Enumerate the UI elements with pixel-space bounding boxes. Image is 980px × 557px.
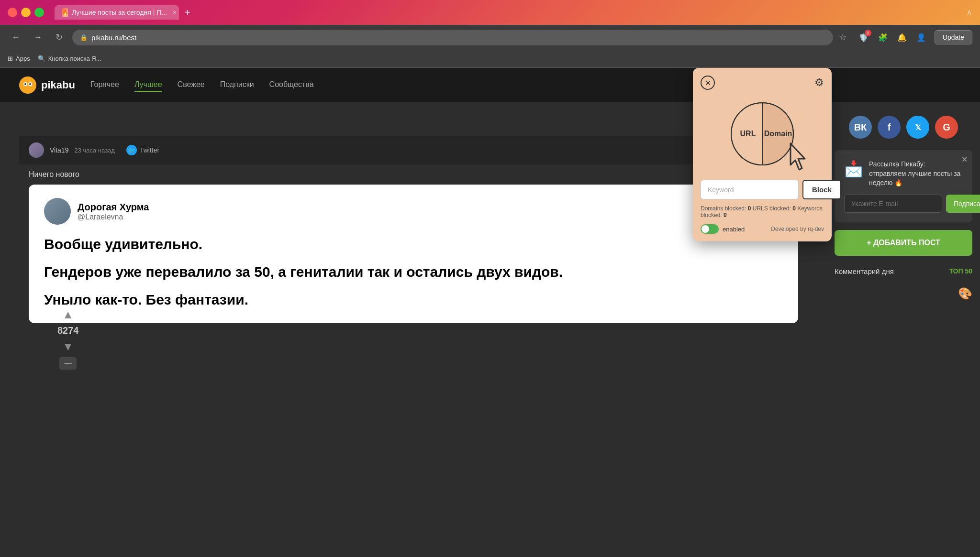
vote-up-button[interactable]: ▲ xyxy=(62,308,74,321)
nav-communities[interactable]: Сообщества xyxy=(269,78,314,92)
bookmark-button[interactable]: ☆ xyxy=(839,32,846,43)
tab-title: Лучшие посты за сегодня | П... xyxy=(72,9,167,16)
twitter-share-button[interactable]: 𝕏 xyxy=(906,116,929,139)
tweet-embed: Дорогая Хурма @Laraelevna ··· Вообще уди… xyxy=(29,185,798,323)
twitter-source-icon: 🐦 xyxy=(126,145,137,155)
bookmark-apps-label: Apps xyxy=(16,55,30,62)
svg-point-3 xyxy=(24,83,26,85)
tweet-avatar xyxy=(44,198,71,225)
bell-icon[interactable]: 🔔 xyxy=(894,30,910,45)
update-button[interactable]: Update xyxy=(935,30,972,44)
newsletter-close-button[interactable]: ✕ xyxy=(961,155,968,164)
lock-icon: 🔒 xyxy=(80,34,88,41)
vote-down-button[interactable]: ▼ xyxy=(62,340,74,353)
domains-blocked-count: 0 xyxy=(748,205,751,212)
newsletter-card: ✕ 📩 Рассылка Пикабу: отправляем лучшие п… xyxy=(835,150,972,222)
nav-hot[interactable]: Горячее xyxy=(90,78,119,92)
post-username[interactable]: Vita19 xyxy=(50,146,68,154)
new-tab-button[interactable]: + xyxy=(181,5,194,20)
newsletter-text: Рассылка Пикабу: отправляем лучшие посты… xyxy=(869,160,963,188)
paint-bucket-icon[interactable]: 🎨 xyxy=(958,287,972,300)
block-form: Block xyxy=(701,180,824,199)
email-input[interactable] xyxy=(844,195,942,213)
extension-icons: 🛡️ 0 🧩 🔔 👤 xyxy=(856,30,929,45)
svg-point-4 xyxy=(29,83,31,85)
tweet-user: Дорогая Хурма @Laraelevna xyxy=(44,198,149,225)
keywords-blocked-count: 0 xyxy=(724,212,727,218)
svg-point-0 xyxy=(19,76,36,94)
active-tab[interactable]: 🔥 Лучшие посты за сегодня | П... × xyxy=(55,5,179,20)
bookmark-apps[interactable]: ⊞ Apps xyxy=(8,55,30,62)
facebook-share-button[interactable]: f xyxy=(878,116,901,139)
maximize-window-button[interactable] xyxy=(34,8,44,17)
vote-minus-button[interactable]: — xyxy=(59,357,77,370)
toggle-knob xyxy=(702,225,709,233)
tweet-user-info: Дорогая Хурма @Laraelevna xyxy=(78,202,149,221)
enabled-toggle[interactable] xyxy=(701,224,719,234)
puzzle-extension-icon[interactable]: 🧩 xyxy=(875,30,891,45)
bookmark-search-label: Кнопка поиска Я... xyxy=(48,55,101,62)
pie-chart-container: URL Domain xyxy=(701,96,824,172)
popup-toolbar: ✕ ⚙ xyxy=(701,76,824,90)
post-source: 🐦 Twitter xyxy=(126,145,159,155)
popup-footer: enabled Developed by rq-dev xyxy=(701,224,824,234)
svg-text:URL: URL xyxy=(740,130,756,138)
tweet-text-line2: Гендеров уже перевалило за 50, а генитал… xyxy=(44,262,783,282)
title-bar: 🔥 Лучшие посты за сегодня | П... × + ∧ xyxy=(0,0,980,25)
post-time: 23 часа назад xyxy=(74,147,114,154)
popup-close-button[interactable]: ✕ xyxy=(701,76,715,90)
popup-settings-button[interactable]: ⚙ xyxy=(814,76,824,89)
dev-credit: Developed by rq-dev xyxy=(771,226,824,232)
browser-frame: 🔥 Лучшие посты за сегодня | П... × + ∧ ←… xyxy=(0,0,980,557)
post-title: Ничего нового xyxy=(19,164,808,185)
tab-close-button[interactable]: × xyxy=(173,9,177,16)
nav-subscriptions[interactable]: Подписки xyxy=(220,78,254,92)
top50-label[interactable]: ТОП 50 xyxy=(949,267,972,275)
avatar-image xyxy=(44,198,71,225)
keyword-input[interactable] xyxy=(701,180,799,199)
stats-row: Domains blocked: 0 URLS blocked: 0 Keywo… xyxy=(701,205,824,218)
googleplus-share-button[interactable]: G xyxy=(935,116,958,139)
pikabu-logo[interactable]: pikabu xyxy=(19,76,75,94)
back-button[interactable]: ← xyxy=(8,31,24,44)
urls-blocked-label: URLS blocked: xyxy=(753,205,791,212)
tab-bar: 🔥 Лучшие посты за сегодня | П... × + xyxy=(55,5,961,20)
post-header: Vita19 23 часа назад 🐦 Twitter xyxy=(19,136,808,164)
add-post-button[interactable]: + ДОБАВИТЬ ПОСТ xyxy=(835,230,972,256)
pikabu-logo-icon xyxy=(19,76,36,94)
shield-extension-icon[interactable]: 🛡️ 0 xyxy=(856,30,871,45)
vote-counter: ▲ 8274 ▼ — xyxy=(57,308,79,370)
post-source-label[interactable]: Twitter xyxy=(140,146,159,154)
tweet-handle: @Laraelevna xyxy=(78,213,149,221)
address-bar[interactable]: 🔒 pikabu.ru/best xyxy=(72,30,833,45)
pikabu-main: ▲ 8274 ▼ — ≡ Фильтры xyxy=(0,102,980,557)
bookmark-search[interactable]: 🔍 Кнопка поиска Я... xyxy=(38,55,101,62)
tweet-header: Дорогая Хурма @Laraelevna ··· xyxy=(44,198,783,225)
newsletter-form: Подписаться xyxy=(844,195,963,213)
nav-best[interactable]: Лучшее xyxy=(134,78,162,92)
content-area: pikabu Горячее Лучшее Свежее Подписки Со… xyxy=(0,68,980,557)
profile-icon[interactable]: 👤 xyxy=(913,30,929,45)
tweet-display-name[interactable]: Дорогая Хурма xyxy=(78,202,149,213)
vk-share-button[interactable]: ВК xyxy=(849,116,872,139)
window-controls-icon[interactable]: ∧ xyxy=(966,7,972,18)
extension-badge: 0 xyxy=(865,30,871,36)
tab-favicon-icon: 🔥 xyxy=(62,8,68,17)
newsletter-header: 📩 Рассылка Пикабу: отправляем лучшие пос… xyxy=(844,160,963,188)
urls-blocked-count: 0 xyxy=(792,205,796,212)
nav-fresh[interactable]: Свежее xyxy=(178,78,205,92)
forward-button[interactable]: → xyxy=(30,31,46,44)
search-bookmark-icon: 🔍 xyxy=(38,55,45,62)
bookmarks-bar: ⊞ Apps 🔍 Кнопка поиска Я... xyxy=(0,50,980,68)
pikabu-website: pikabu Горячее Лучшее Свежее Подписки Со… xyxy=(0,68,980,557)
pikabu-sidebar: ВК f 𝕏 G ✕ 📩 Рассылка Пикабу: отправляем… xyxy=(827,102,980,557)
minimize-window-button[interactable] xyxy=(21,8,31,17)
nav-bar: ← → ↻ 🔒 pikabu.ru/best ☆ 🛡️ 0 🧩 🔔 👤 Upda… xyxy=(0,25,980,50)
block-button[interactable]: Block xyxy=(802,180,841,199)
subscribe-button[interactable]: Подписаться xyxy=(946,195,980,213)
vote-count: 8274 xyxy=(57,325,79,336)
pikabu-header: pikabu Горячее Лучшее Свежее Подписки Со… xyxy=(0,68,980,102)
refresh-button[interactable]: ↻ xyxy=(52,30,67,44)
close-window-button[interactable] xyxy=(8,8,17,17)
toggle-container: enabled xyxy=(701,224,745,234)
